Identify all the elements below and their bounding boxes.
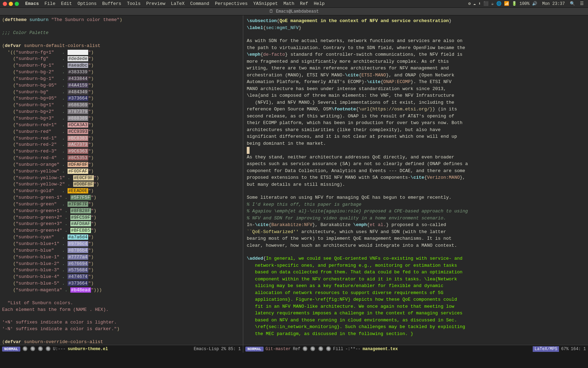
menu-perspectives[interactable]: Perspectives <box>212 0 251 8</box>
menu-options[interactable]: Options <box>75 0 99 8</box>
line-col-left: 85: 1 <box>228 347 241 352</box>
percent-right: 67% <box>561 347 569 352</box>
right-editor-content[interactable]: \subsection{QoE management in the contex… <box>243 15 588 345</box>
mode-indicators-left: 🔘 🔘 🔘 🔘 <box>22 346 51 352</box>
left-editor-content[interactable]: (deftheme sunburn "The Sunburn color the… <box>0 15 243 345</box>
editor-area: (deftheme sunburn "The Sunburn color the… <box>0 15 588 353</box>
left-status-bar: NORMAL 🔘 🔘 🔘 🔘 U:--- sunburn-theme.el Em… <box>0 345 243 353</box>
titlebar: 🗒 Emacs@Lambdabeast <box>0 8 588 15</box>
ref-indicator: Ref <box>293 347 301 352</box>
traffic-lights <box>3 2 19 6</box>
left-pane[interactable]: (deftheme sunburn "The Sunburn color the… <box>0 15 243 353</box>
search-icon[interactable]: 🔍 <box>568 1 576 6</box>
menu-yasnippet[interactable]: YASnippet <box>251 0 281 8</box>
menu-latex[interactable]: LaTeX <box>168 0 187 8</box>
menu-help[interactable]: Help <box>311 0 327 8</box>
menu-icon[interactable]: ☰ <box>579 1 585 6</box>
close-button[interactable] <box>3 2 7 6</box>
app-menu[interactable]: Emacs <box>22 1 42 6</box>
menu-tools[interactable]: Tools <box>124 0 144 8</box>
maximize-button[interactable] <box>15 2 19 6</box>
menu-right-area: ⚙ ☁ ⬇ ⬛ ☕ 🌐 📶 🔋 100% 🔊 Mon 23:37 🔍 ☰ <box>467 1 585 6</box>
menu-math[interactable]: Math <box>281 0 297 8</box>
clock: Mon 23:37 <box>541 1 566 6</box>
menu-buffers[interactable]: Buffers <box>99 0 124 8</box>
right-status-bar: NORMAL Git-master Ref 🔘 🔘 🔘 🔘 Fill -:**-… <box>243 345 588 353</box>
git-branch: Git-master <box>266 347 291 352</box>
buffer-indicator: U:--- <box>53 347 65 352</box>
menubar: Emacs File Edit Options Buffers Tools Pr… <box>0 0 588 8</box>
mode-indicators-right: 🔘 🔘 🔘 🔘 <box>302 346 331 352</box>
vim-mode-right: NORMAL <box>245 347 264 352</box>
buffer-indicator-right: -:**-- <box>345 347 360 352</box>
encoding-left: 2% <box>221 347 226 352</box>
mode-name-right: LaTeX/MPS <box>533 347 559 352</box>
system-icons: ⚙ ☁ ⬇ ⬛ ☕ 🌐 📶 🔋 100% 🔊 <box>467 1 539 6</box>
filename-right: management.tex <box>363 347 398 352</box>
filename-left: sunburn-theme.el <box>68 347 108 352</box>
menu-ref[interactable]: Ref <box>297 0 311 8</box>
vim-mode-left: NORMAL <box>2 347 20 352</box>
menu-edit[interactable]: Edit <box>58 0 75 8</box>
menu-command[interactable]: Command <box>187 0 212 8</box>
mode-name-left: Emacs-Lisp <box>194 347 219 352</box>
right-pane[interactable]: \subsection{QoE management in the contex… <box>243 15 588 353</box>
menu-file[interactable]: File <box>42 0 58 8</box>
line-col-right: 164: 1 <box>571 347 586 352</box>
window-title: 🗒 Emacs@Lambdabeast <box>269 9 319 14</box>
menu-preview[interactable]: Preview <box>144 0 168 8</box>
fill-indicator: Fill <box>333 347 343 352</box>
minimize-button[interactable] <box>9 2 13 6</box>
